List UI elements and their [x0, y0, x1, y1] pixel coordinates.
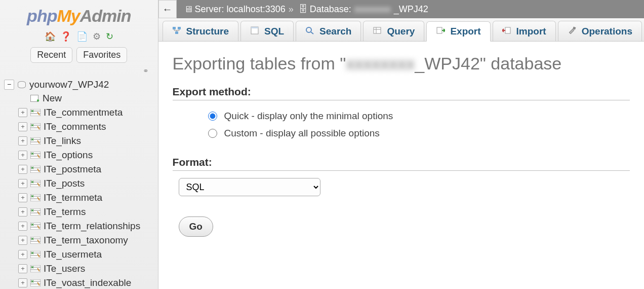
sql-icon	[250, 26, 259, 37]
back-button[interactable]: ←	[158, 0, 177, 18]
tab-export[interactable]: Export	[426, 21, 490, 42]
format-select[interactable]: SQL	[179, 178, 320, 196]
tab-label: SQL	[264, 26, 284, 37]
table-icon	[30, 166, 42, 173]
breadcrumb-server-value[interactable]: localhost:3306	[227, 4, 286, 15]
tree-table-item[interactable]: +ITe_options	[18, 148, 154, 162]
expand-icon[interactable]: +	[18, 222, 27, 231]
expand-icon[interactable]: +	[18, 236, 27, 245]
svg-rect-40	[178, 27, 181, 29]
collapse-icon[interactable]: −	[4, 80, 14, 90]
table-name: ITe_usermeta	[44, 249, 102, 260]
svg-rect-46	[374, 27, 381, 33]
title-masked: xxxxxxxx	[346, 54, 415, 73]
recent-favorites-bar: Recent Favorites	[0, 44, 158, 66]
tab-import[interactable]: Import	[493, 21, 556, 41]
help-icon[interactable]: ❓	[60, 31, 71, 42]
tree-table-item[interactable]: +ITe_posts	[18, 176, 154, 191]
table-icon	[30, 279, 42, 286]
tree-table-item[interactable]: +ITe_postmeta	[18, 162, 154, 176]
breadcrumb-db-suffix[interactable]: _WPJ42	[394, 4, 428, 15]
new-label: New	[43, 93, 62, 104]
expand-icon[interactable]: +	[18, 264, 27, 273]
tree-table-item[interactable]: +ITe_voast_indexable	[18, 276, 154, 289]
table-icon	[30, 180, 42, 187]
sql-window-icon[interactable]: 📄	[76, 31, 88, 42]
database-icon	[17, 80, 26, 89]
table-icon	[30, 194, 42, 201]
logo-php: php	[27, 6, 57, 25]
table-icon	[30, 208, 42, 215]
format-heading: Format:	[173, 156, 630, 171]
table-name: ITe_comments	[44, 121, 106, 132]
table-icon	[30, 109, 42, 116]
logo[interactable]: phpMyAdmin	[0, 4, 158, 29]
tree-table-item[interactable]: +ITe_termmeta	[18, 191, 154, 205]
tree-table-item[interactable]: +ITe_comments	[18, 120, 154, 134]
tree-table-item[interactable]: +ITe_usermeta	[18, 247, 154, 262]
tab-label: Structure	[186, 26, 229, 37]
table-name: ITe_term_relationships	[44, 221, 140, 232]
tree-table-item[interactable]: +ITe_terms	[18, 205, 154, 219]
svg-point-44	[306, 27, 311, 32]
favorites-button[interactable]: Favorites	[76, 47, 127, 63]
table-name: ITe_postmeta	[44, 164, 101, 175]
tree-table-item[interactable]: +ITe_term_taxonomy	[18, 233, 154, 247]
expand-icon[interactable]: +	[18, 122, 27, 131]
table-icon	[30, 251, 42, 258]
svg-rect-39	[173, 27, 176, 29]
radio-quick[interactable]: Quick - display only the minimal options	[208, 107, 630, 125]
radio-custom-input[interactable]	[208, 129, 217, 138]
breadcrumb-database-label: Database:	[310, 4, 351, 15]
tab-search[interactable]: Search	[296, 21, 361, 41]
tree-table-item[interactable]: +ITe_links	[18, 134, 154, 148]
gear-icon[interactable]: ⚙	[93, 31, 101, 42]
table-icon	[30, 137, 42, 144]
tree-database-node[interactable]: − yourwow7_WPJ42	[4, 78, 154, 91]
sidebar: phpMyAdmin 🏠 ❓ 📄 ⚙ ↻ Recent Favorites ⚭ …	[0, 0, 158, 289]
table-name: ITe_links	[44, 135, 81, 147]
sidebar-quick-icons: 🏠 ❓ 📄 ⚙ ↻	[0, 29, 158, 44]
tree-table-item[interactable]: +ITe_commentmeta	[18, 105, 154, 120]
table-icon	[30, 223, 42, 230]
search-icon	[305, 26, 314, 37]
tree-new-item[interactable]: New	[18, 91, 154, 105]
expand-icon[interactable]: +	[18, 193, 27, 202]
link-chain-icon[interactable]: ⚭	[0, 66, 158, 77]
title-prefix: Exporting tables from "	[173, 54, 346, 73]
table-name: ITe_term_taxonomy	[44, 235, 128, 246]
tab-query[interactable]: Query	[363, 21, 424, 41]
content-area: Exporting tables from "xxxxxxxx_WPJ42" d…	[158, 42, 644, 289]
svg-rect-50	[505, 27, 510, 33]
tab-operations[interactable]: Operations	[558, 21, 642, 41]
radio-quick-input[interactable]	[208, 112, 217, 121]
table-name: ITe_terms	[44, 206, 86, 218]
export-method-heading: Export method:	[173, 86, 630, 100]
home-icon[interactable]: 🏠	[45, 31, 56, 42]
logo-my: My	[57, 6, 79, 25]
expand-icon[interactable]: +	[18, 207, 27, 216]
radio-custom[interactable]: Custom - display all possible options	[208, 125, 630, 142]
table-name: ITe_termmeta	[44, 192, 102, 203]
table-name: ITe_commentmeta	[44, 107, 123, 118]
tab-structure[interactable]: Structure	[163, 21, 238, 41]
expand-icon[interactable]: +	[18, 151, 27, 160]
recent-button[interactable]: Recent	[30, 47, 72, 63]
expand-icon[interactable]: +	[18, 278, 27, 287]
expand-icon[interactable]: +	[18, 136, 27, 146]
expand-icon[interactable]: +	[18, 250, 27, 259]
expand-icon[interactable]: +	[18, 165, 27, 174]
table-icon	[30, 265, 42, 272]
tab-label: Operations	[582, 26, 632, 37]
tree-table-item[interactable]: +ITe_term_relationships	[18, 219, 154, 233]
page-title: Exporting tables from "xxxxxxxx_WPJ42" d…	[173, 54, 630, 74]
format-select-wrap: SQL	[179, 178, 630, 196]
go-button[interactable]: Go	[179, 216, 213, 237]
tab-sql[interactable]: SQL	[240, 21, 294, 41]
expand-icon[interactable]: +	[18, 179, 27, 188]
reload-icon[interactable]: ↻	[106, 31, 113, 42]
server-icon: 🖥	[184, 4, 193, 15]
tab-label: Query	[387, 26, 415, 37]
tree-table-item[interactable]: +ITe_users	[18, 262, 154, 276]
expand-icon[interactable]: +	[18, 108, 27, 117]
